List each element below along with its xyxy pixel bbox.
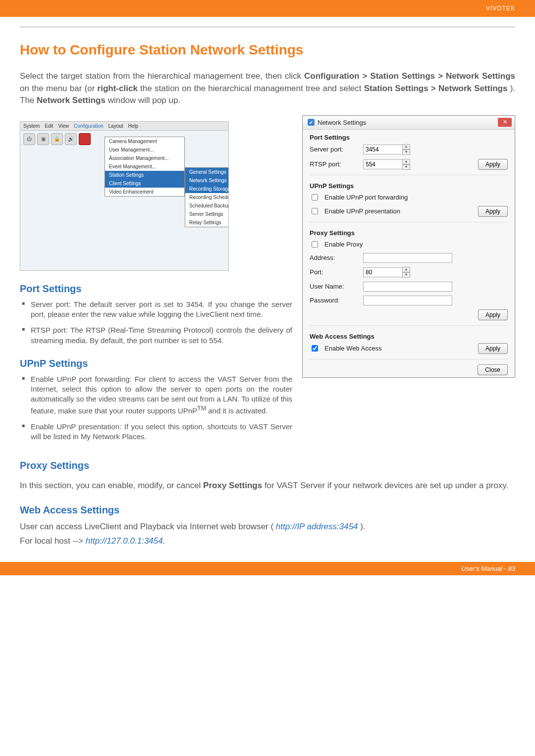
page-title: How to Configure Station Network Setting… [20, 42, 515, 58]
apply-web-button[interactable]: Apply [478, 343, 508, 354]
dialog-title: Network Settings [318, 119, 366, 126]
enable-proxy-label: Enable Proxy [324, 241, 363, 248]
enable-web-access-label: Enable Web Access [324, 345, 381, 352]
web-access-line2: For local host --> http://127.0.0.1:3454… [20, 535, 515, 548]
power-icon[interactable]: ⏻ [23, 133, 35, 145]
chevron-up-icon[interactable]: ▲ [402, 267, 410, 272]
upnp-bullet-2: Enable UPnP presentation: If you select … [20, 422, 292, 442]
rtsp-port-input[interactable] [363, 159, 403, 169]
enable-proxy-checkbox[interactable] [312, 241, 318, 248]
menu-association-management[interactable]: Association Management... [105, 154, 184, 162]
menu-configuration[interactable]: Configuration [74, 123, 103, 129]
dialog-upnp-head: UPnP Settings [303, 178, 515, 191]
upnp-bullet-1: Enable UPnP port forwarding: For client … [20, 374, 292, 416]
web1-link: http://IP address:3454 [276, 522, 358, 531]
rec-icon[interactable] [79, 133, 91, 145]
dialog-titlebar: ✔ Network Settings ✕ [303, 116, 515, 130]
dialog-web-head: Web Access Settings [303, 329, 515, 341]
dialog-port-head: Port Settings [303, 130, 515, 142]
web2-link: http://127.0.0.1:3454. [86, 536, 165, 546]
chevron-down-icon[interactable]: ▼ [402, 150, 410, 155]
menubar: System Edit View Configuration Layout He… [20, 122, 228, 131]
submenu-general[interactable]: General Settings [185, 168, 229, 176]
apply-port-button[interactable]: Apply [478, 159, 508, 170]
intro-suffix: window will pop up. [108, 96, 180, 105]
proxy-user-label: User Name: [310, 283, 359, 290]
lock-icon[interactable]: 🔒 [51, 133, 63, 145]
proxy-port-label: Port: [310, 268, 359, 276]
port-bullet-2: RTSP port: The RTSP (Real-Time Streaming… [20, 325, 292, 346]
proxy-port-spinner[interactable]: ▲▼ [402, 267, 410, 278]
menu-layout[interactable]: Layout [108, 123, 123, 129]
intro-text: Select the target station from the hiera… [20, 71, 304, 81]
header-divider [20, 27, 515, 27]
menu-user-management[interactable]: User Management... [105, 146, 184, 154]
menu-help[interactable]: Help [128, 123, 139, 129]
proxy-address-input[interactable] [363, 253, 452, 263]
sound-icon[interactable]: 🔊 [65, 133, 77, 145]
menu-screenshot-1: System Edit View Configuration Layout He… [20, 121, 229, 271]
port-bullet-1: Server port: The default server port is … [20, 300, 292, 320]
upnp-forwarding-checkbox[interactable] [312, 194, 318, 201]
close-button[interactable]: Close [478, 364, 508, 375]
server-port-label: Server port: [310, 146, 359, 153]
server-port-spinner[interactable]: ▲▼ [402, 144, 410, 155]
apply-proxy-button[interactable]: Apply [478, 309, 508, 320]
station-settings-submenu: General Settings Network Settings Record… [185, 167, 229, 227]
menu-system[interactable]: System [23, 123, 40, 129]
proxy-address-label: Address: [310, 254, 359, 261]
web-access-line1: User can access LiveClient and Playback … [20, 521, 515, 533]
web1-pre: User can access LiveClient and Playback … [20, 522, 273, 531]
proxy-text-bold: Proxy Settings [203, 481, 262, 490]
intro-rightclick: right-click [98, 84, 138, 93]
header-bar: VIVOTEK [0, 0, 535, 17]
submenu-server[interactable]: Server Settings [185, 210, 229, 218]
submenu-relay[interactable]: Relay Settings [185, 218, 229, 227]
upnp-presentation-checkbox[interactable] [312, 208, 318, 214]
server-port-input[interactable] [363, 145, 403, 154]
close-icon[interactable]: ✕ [498, 118, 512, 127]
web2-pre: For local host --> [20, 536, 86, 546]
menu-edit[interactable]: Edit [45, 123, 53, 129]
chevron-down-icon[interactable]: ▼ [402, 272, 410, 278]
upnp-forwarding-label: Enable UPnP port forwarding [324, 194, 408, 201]
intro-mid2: the station on the hierarchical manageme… [140, 84, 364, 93]
intro-paragraph: Select the target station from the hiera… [20, 70, 515, 107]
submenu-scheduled-backup[interactable]: Scheduled Backup Settings [185, 202, 229, 210]
proxy-user-input[interactable] [363, 282, 452, 292]
rtsp-port-spinner[interactable]: ▲▼ [402, 159, 410, 170]
check-icon: ✔ [308, 119, 315, 126]
web1-post: ). [360, 522, 365, 531]
upnp-presentation-label: Enable UPnP presentation [324, 207, 400, 215]
menu-view[interactable]: View [58, 123, 69, 129]
menu-station-settings[interactable]: Station Settings [105, 171, 184, 179]
chevron-up-icon[interactable]: ▲ [402, 159, 410, 164]
menu-video-enhancement[interactable]: Video Enhancement [105, 188, 184, 196]
chevron-up-icon[interactable]: ▲ [402, 144, 410, 150]
screen-icon[interactable]: ▣ [37, 133, 49, 145]
menu-camera-management[interactable]: Camera Management [105, 137, 184, 146]
menu-client-settings[interactable]: Client Settings [105, 179, 184, 188]
submenu-network[interactable]: Network Settings [185, 176, 229, 185]
rtsp-port-label: RTSP port: [310, 160, 359, 168]
proxy-port-input[interactable] [363, 267, 403, 277]
upnp-settings-heading: UPnP Settings [20, 358, 292, 369]
submenu-recording-schedule[interactable]: Recording Schedule Settings [185, 193, 229, 202]
proxy-pass-input[interactable] [363, 296, 452, 305]
chevron-down-icon[interactable]: ▼ [402, 164, 410, 170]
apply-upnp-button[interactable]: Apply [478, 206, 508, 217]
enable-web-access-checkbox[interactable] [312, 345, 318, 352]
web-access-heading: Web Access Settings [20, 504, 515, 516]
proxy-settings-heading: Proxy Settings [20, 460, 515, 471]
network-settings-dialog: ✔ Network Settings ✕ Port Settings Serve… [302, 115, 515, 378]
submenu-recording-storage[interactable]: Recording Storage Settings [185, 185, 229, 193]
proxy-text-post: for VAST Server if your network devices … [265, 481, 508, 490]
configuration-dropdown: Camera Management User Management... Ass… [105, 137, 185, 197]
menu-event-management[interactable]: Event Management... [105, 162, 184, 171]
proxy-pass-label: Password: [310, 297, 359, 304]
port-settings-heading: Port Settings [20, 283, 292, 295]
proxy-paragraph: In this section, you can enable, modify,… [20, 480, 515, 492]
intro-network-settings: Network Settings [37, 96, 106, 105]
footer: User's Manual - 83 [0, 562, 535, 575]
footer-text: User's Manual - 83 [461, 565, 515, 572]
